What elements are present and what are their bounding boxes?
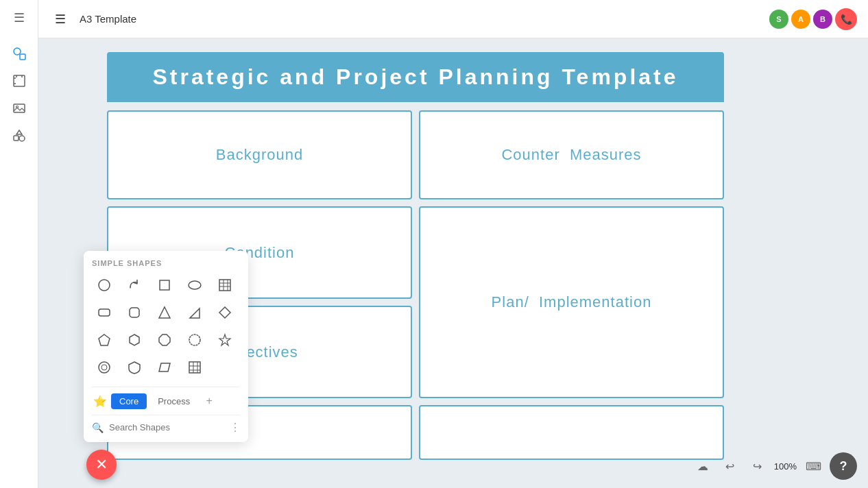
panel-tabs: ⭐ Core Process + (92, 387, 240, 409)
shape-circle[interactable] (92, 273, 117, 297)
shape-diamond[interactable] (213, 300, 237, 325)
avatar-2: B (813, 10, 832, 29)
svg-rect-21 (130, 308, 139, 317)
shape-right-triangle[interactable] (182, 300, 207, 325)
shape-ellipse[interactable] (182, 273, 207, 297)
collaborators-area: S A B 📞 (769, 8, 857, 30)
shapes-grid (92, 273, 240, 380)
svg-rect-13 (160, 280, 169, 290)
shape-pentagon[interactable] (92, 328, 117, 352)
zoom-level: 100% (774, 461, 797, 472)
shape-rounded-square[interactable] (122, 300, 147, 325)
svg-marker-23 (190, 308, 200, 318)
svg-rect-33 (189, 362, 200, 373)
shape-table-3x3[interactable] (182, 355, 207, 380)
svg-marker-27 (159, 334, 170, 345)
toolbar-frame-icon[interactable] (7, 69, 32, 93)
tab-core[interactable]: Core (111, 393, 147, 409)
canvas-box-empty-2[interactable] (419, 405, 724, 460)
tab-process[interactable]: Process (149, 393, 198, 409)
avatar-1: A (791, 10, 810, 29)
shape-rounded-polygon[interactable] (182, 328, 207, 352)
canvas-area: Strategic and Project Planning Template … (38, 38, 868, 488)
svg-point-0 (14, 48, 21, 55)
svg-rect-1 (20, 54, 25, 60)
search-more-icon[interactable]: ⋮ (230, 421, 241, 434)
left-toolbar: ☰ (0, 0, 38, 488)
document-title: A3 Template (80, 13, 136, 25)
svg-point-10 (19, 136, 25, 141)
hamburger-menu[interactable]: ☰ (49, 8, 71, 30)
top-bar: ☰ A3 Template S A B 📞 (38, 0, 868, 38)
svg-rect-20 (99, 309, 110, 316)
box-label-counter-measures: Counter Measures (501, 146, 641, 164)
canvas-box-background[interactable]: Background (107, 110, 412, 199)
box-label-plan-implementation: Plan/ Implementation (492, 293, 652, 311)
shapes-panel: SIMPLE SHAPES (84, 251, 248, 442)
svg-marker-9 (16, 130, 22, 134)
svg-rect-15 (219, 280, 230, 291)
shape-arc[interactable] (122, 273, 147, 297)
svg-marker-24 (219, 307, 230, 318)
tab-add-button[interactable]: + (201, 393, 217, 409)
call-button[interactable]: 📞 (835, 8, 857, 30)
shape-star[interactable] (213, 328, 237, 352)
svg-point-14 (189, 281, 201, 289)
fab-close-button[interactable]: ✕ (86, 450, 117, 480)
svg-point-30 (99, 362, 110, 373)
search-row: 🔍 ⋮ (92, 415, 240, 434)
redo-icon[interactable]: ↪ (747, 455, 769, 477)
svg-rect-7 (14, 104, 25, 112)
help-button[interactable]: ? (830, 452, 857, 480)
app-container: ☰ ☰ A3 Template S A B 📞 Strate (0, 0, 868, 488)
toolbar-menu-icon[interactable]: ☰ (7, 5, 32, 30)
search-shapes-input[interactable] (109, 422, 224, 432)
svg-rect-2 (14, 75, 25, 86)
shape-parallelogram[interactable] (152, 355, 177, 380)
svg-point-31 (101, 365, 107, 370)
svg-marker-29 (219, 334, 230, 345)
svg-marker-32 (159, 363, 170, 371)
shape-hexagon[interactable] (122, 328, 147, 352)
shape-table[interactable] (213, 273, 237, 297)
banner: Strategic and Project Planning Template (107, 52, 724, 102)
svg-point-28 (189, 334, 200, 345)
panel-section-title: SIMPLE SHAPES (92, 259, 240, 267)
undo-icon[interactable]: ↩ (719, 455, 741, 477)
svg-point-12 (99, 280, 110, 291)
shape-circle-2[interactable] (92, 355, 117, 380)
toolbar-more-shapes-icon[interactable] (7, 123, 32, 148)
shape-shield[interactable] (122, 355, 147, 380)
canvas-box-plan-implementation[interactable]: Plan/ Implementation (419, 206, 724, 398)
tab-star-icon[interactable]: ⭐ (92, 393, 108, 409)
svg-marker-26 (130, 334, 139, 345)
shape-triangle[interactable] (152, 300, 177, 325)
box-label-background: Background (216, 146, 303, 164)
svg-marker-22 (159, 307, 170, 318)
search-icon: 🔍 (92, 422, 104, 433)
cloud-icon[interactable]: ☁ (692, 455, 714, 477)
toolbar-image-icon[interactable] (7, 96, 32, 121)
canvas-box-counter-measures[interactable]: Counter Measures (419, 110, 724, 199)
bottom-toolbar: ☁ ↩ ↪ 100% ⌨ ? (692, 452, 857, 480)
keyboard-icon[interactable]: ⌨ (802, 455, 824, 477)
avatar-s: S (769, 10, 788, 29)
banner-title: Strategic and Project Planning Template (121, 64, 710, 90)
shape-octagon[interactable] (152, 328, 177, 352)
toolbar-shapes-icon[interactable] (7, 41, 32, 66)
shape-rounded-rect[interactable] (92, 300, 117, 325)
svg-rect-11 (14, 136, 19, 141)
svg-marker-25 (99, 334, 110, 345)
shape-square[interactable] (152, 273, 177, 297)
